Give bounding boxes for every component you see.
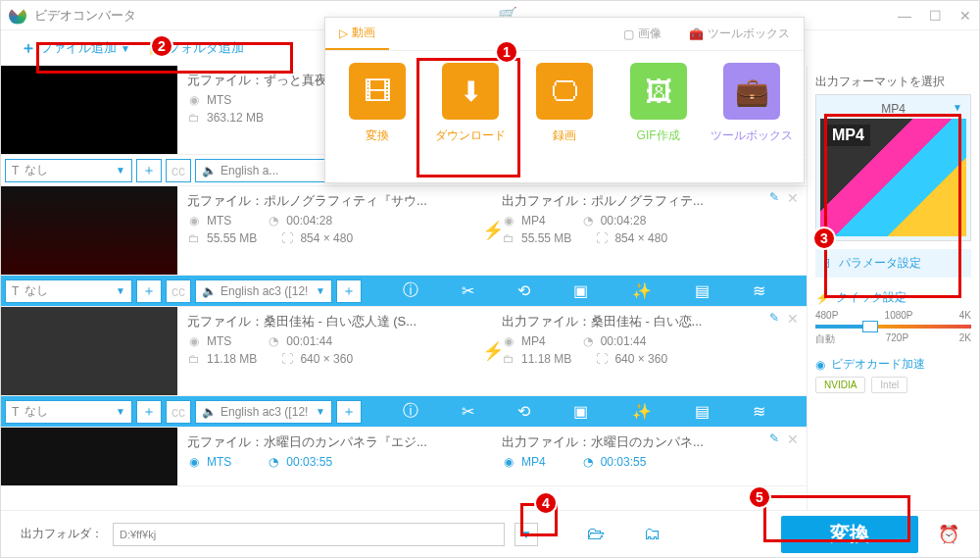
minimize-button[interactable]: — xyxy=(898,8,911,24)
add-file-button[interactable]: ＋ ファイル追加 ▼ xyxy=(21,38,130,59)
download-icon: ⬇ xyxy=(442,63,499,120)
edit-icon[interactable]: ✎ xyxy=(769,190,779,204)
src-format: MTS xyxy=(207,214,231,228)
card-download[interactable]: ⬇ダウンロード xyxy=(427,63,515,144)
filter-icon[interactable]: ≋ xyxy=(753,281,765,300)
toggle-icon: ◉ xyxy=(815,358,825,372)
card-convert[interactable]: 🎞変換 xyxy=(333,63,421,144)
rotate-icon[interactable]: ⟲ xyxy=(517,281,530,300)
dst-format: MP4 xyxy=(521,214,546,228)
output-folder-label: 出力フォルダ： xyxy=(21,526,103,542)
src-size: 363.12 MB xyxy=(207,111,264,125)
video-thumbnail[interactable] xyxy=(1,66,177,154)
subtitle-select[interactable]: Tなし▼ xyxy=(5,159,132,182)
audio-select[interactable]: 🔈English a... xyxy=(195,159,332,182)
speaker-icon: 🔈 xyxy=(202,164,217,178)
subtitle-select[interactable]: Tなし▼ xyxy=(5,400,132,424)
nvidia-badge: NVIDIA xyxy=(815,377,865,393)
parameter-settings-button[interactable]: 🎚パラメータ設定 xyxy=(815,249,971,278)
schedule-icon[interactable]: ⏰ xyxy=(938,524,959,545)
merge-icon[interactable]: 🗂 xyxy=(644,524,662,544)
convert-icon: 🎞 xyxy=(349,63,406,120)
cc-button[interactable]: cc xyxy=(166,400,191,424)
video-icon: ▷ xyxy=(339,26,348,40)
file-row[interactable]: 元ファイル：水曜日のカンパネラ『エジ... ◉MTS◔00:03:55 ✎ ✕ … xyxy=(1,428,807,486)
chevron-down-icon[interactable]: ▼ xyxy=(953,102,962,113)
add-audio-button[interactable]: ＋ xyxy=(336,279,362,303)
sliders-icon: 🎚 xyxy=(821,257,833,271)
add-subtitle-button[interactable]: ＋ xyxy=(136,400,162,424)
remove-icon[interactable]: ✕ xyxy=(787,190,799,206)
flash-icon: ⚡ xyxy=(815,291,830,305)
cc-button[interactable]: cc xyxy=(166,159,191,182)
tab-video[interactable]: ▷動画 xyxy=(325,18,389,50)
briefcase-icon: 💼 xyxy=(723,63,780,120)
gif-icon: 🖼 xyxy=(630,63,687,120)
cc-button[interactable]: cc xyxy=(166,279,191,303)
gpu-accel-toggle[interactable]: ◉ビデオカード加速 xyxy=(815,356,971,373)
watermark-icon[interactable]: ▤ xyxy=(695,281,710,300)
file-row[interactable]: 元ファイル：ポルノグラフィティ『サウ... ◉MTS◔00:04:28 🗀55.… xyxy=(1,186,807,276)
open-folder-icon[interactable]: 🗁 xyxy=(587,524,605,544)
tab-image[interactable]: ▢画像 xyxy=(610,18,675,50)
output-folder-dropdown[interactable]: ▼ xyxy=(514,523,538,546)
add-subtitle-button[interactable]: ＋ xyxy=(136,159,162,182)
info-icon[interactable]: ⓘ xyxy=(403,401,418,422)
sub-label: なし xyxy=(24,162,48,178)
tab-toolbox[interactable]: 🧰ツールボックス xyxy=(675,18,804,50)
src-title: ポルノグラフィティ『サウ... xyxy=(264,193,427,208)
slider-knob[interactable] xyxy=(862,321,878,332)
audio-select[interactable]: 🔈English ac3 ([12!▼ xyxy=(195,400,332,424)
effect-icon[interactable]: ✨ xyxy=(632,402,652,421)
toolbox-icon: 🧰 xyxy=(689,27,704,41)
bolt-icon: ⚡ xyxy=(482,340,504,362)
quality-slider[interactable] xyxy=(815,325,971,329)
cut-icon[interactable]: ✂ xyxy=(462,281,474,300)
audio-label: English a... xyxy=(220,164,278,178)
card-gif[interactable]: 🖼GIF作成 xyxy=(614,63,703,144)
remove-icon[interactable]: ✕ xyxy=(787,311,799,327)
bottom-bar: 出力フォルダ： D:¥ff¥kj ▼ 🗁 🗂 変換 ⏰ xyxy=(1,510,979,557)
convert-button[interactable]: 変換 xyxy=(781,516,918,553)
video-thumbnail[interactable] xyxy=(1,186,177,275)
chevron-down-icon[interactable]: ▼ xyxy=(121,43,130,54)
video-thumbnail[interactable] xyxy=(1,307,177,395)
bolt-icon: ⚡ xyxy=(482,220,504,241)
output-heading: 出力フォーマットを選択 xyxy=(815,74,971,90)
effect-icon[interactable]: ✨ xyxy=(632,281,652,300)
card-toolbox[interactable]: 💼ツールボックス xyxy=(708,63,796,144)
audio-select[interactable]: 🔈English ac3 ([12!▼ xyxy=(195,279,332,303)
crop-icon[interactable]: ▣ xyxy=(573,402,588,421)
file-row[interactable]: 元ファイル：桑田佳祐 - 白い恋人達 (S... ◉MTS◔00:01:44 🗀… xyxy=(1,307,807,396)
output-folder-input[interactable]: D:¥ff¥kj xyxy=(113,523,505,546)
crop-icon[interactable]: ▣ xyxy=(573,281,588,300)
add-folder-label: フォルダ追加 xyxy=(168,39,244,57)
camera-icon: ◉ xyxy=(187,93,201,107)
subtitle-select[interactable]: Tなし▼ xyxy=(5,279,132,303)
rotate-icon[interactable]: ⟲ xyxy=(517,402,530,421)
watermark-icon[interactable]: ▤ xyxy=(695,402,710,421)
folder-icon: 🗀 xyxy=(187,111,201,125)
close-button[interactable]: ✕ xyxy=(959,8,971,24)
add-folder-button[interactable]: 📁 フォルダ追加 xyxy=(148,39,244,57)
card-record[interactable]: 🖵録画 xyxy=(520,63,609,144)
src-prefix: 元ファイル： xyxy=(187,73,264,87)
app-title: ビデオコンバータ xyxy=(34,7,136,25)
add-file-label: ファイル追加 xyxy=(40,39,117,57)
plus-icon: ＋ xyxy=(21,38,36,59)
maximize-button[interactable]: ☐ xyxy=(929,8,942,24)
src-title: 桑田佳祐 - 白い恋人達 (S... xyxy=(264,314,416,329)
info-icon[interactable]: ⓘ xyxy=(403,280,418,301)
edit-icon[interactable]: ✎ xyxy=(769,431,779,445)
filter-icon[interactable]: ≋ xyxy=(753,402,765,421)
remove-icon[interactable]: ✕ xyxy=(787,431,799,447)
add-audio-button[interactable]: ＋ xyxy=(336,400,362,424)
src-format: MTS xyxy=(207,93,231,107)
folder-plus-icon: 📁 xyxy=(148,41,164,56)
cut-icon[interactable]: ✂ xyxy=(462,402,474,421)
video-thumbnail[interactable] xyxy=(1,428,177,486)
format-select[interactable]: MP4▼ MP4 xyxy=(815,94,971,241)
file-options-bar: Tなし▼ ＋ cc 🔈English ac3 ([12!▼ ＋ ⓘ ✂ ⟲ ▣ … xyxy=(1,396,807,428)
add-subtitle-button[interactable]: ＋ xyxy=(136,279,162,303)
edit-icon[interactable]: ✎ xyxy=(769,311,779,325)
